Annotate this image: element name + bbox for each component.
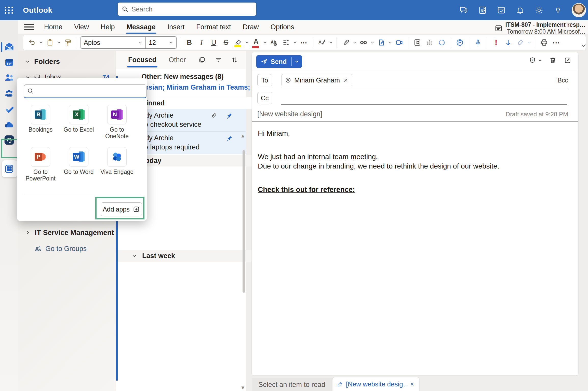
paste-menu-chevron[interactable]	[57, 40, 61, 45]
bell-icon[interactable]	[515, 5, 525, 15]
editor-menu-chevron[interactable]	[329, 40, 333, 45]
pin-icon[interactable]	[226, 135, 233, 142]
line-spacing-button[interactable]	[281, 37, 291, 48]
tab-message[interactable]: Message	[127, 23, 156, 31]
apps-search-box[interactable]	[24, 85, 146, 98]
go-to-groups-button[interactable]: Go to Groups	[34, 245, 87, 253]
video-button[interactable]	[394, 37, 405, 48]
editor-button[interactable]: A	[317, 37, 327, 48]
signature-button[interactable]	[376, 37, 387, 48]
close-icon[interactable]	[409, 381, 415, 387]
apps-button[interactable]	[412, 37, 423, 48]
app-tile-bookings[interactable]: B Bookings	[21, 105, 60, 133]
search-bar[interactable]	[118, 3, 256, 16]
importance-high-button[interactable]: !	[491, 37, 501, 48]
rail-onedrive-button[interactable]	[0, 118, 18, 132]
list-scrollbar[interactable]	[243, 150, 245, 293]
font-color-menu-chevron[interactable]	[263, 40, 267, 45]
bcc-button[interactable]: Bcc	[557, 77, 568, 84]
tab-other[interactable]: Other	[169, 56, 186, 64]
folders-header[interactable]: Folders	[25, 58, 60, 66]
tab-format-text[interactable]: Format text	[196, 23, 231, 31]
poll-button[interactable]	[424, 37, 435, 48]
rail-todo-button[interactable]	[0, 102, 18, 117]
to-button[interactable]: To	[257, 74, 272, 86]
undo-button[interactable]	[27, 37, 37, 48]
font-size-dropdown[interactable]: 12	[146, 37, 176, 48]
bold-button[interactable]: B	[184, 37, 195, 48]
link-button[interactable]	[358, 37, 369, 48]
highlight-menu-chevron[interactable]	[245, 40, 249, 45]
todo-icon[interactable]	[496, 5, 506, 15]
rail-calendar-button[interactable]	[0, 55, 18, 69]
loop-button[interactable]	[436, 37, 447, 48]
rail-more-apps-button[interactable]	[0, 162, 18, 176]
message-body-editor[interactable]: Hi Miriam, We just had an internal team …	[258, 129, 499, 197]
tab-draw[interactable]: Draw	[243, 23, 259, 31]
font-name-dropdown[interactable]: Aptos	[81, 37, 146, 48]
clear-format-button[interactable]: Ab	[269, 37, 279, 48]
collapse-ribbon-chevron[interactable]	[581, 43, 586, 48]
importance-low-button[interactable]	[503, 37, 514, 48]
app-tile-onenote[interactable]: N Go to OneNote	[98, 105, 136, 140]
highlight-button[interactable]	[233, 37, 244, 48]
dictate-button[interactable]	[473, 37, 483, 48]
paste-button[interactable]	[45, 37, 55, 48]
more-format-button[interactable]: ⋯	[299, 37, 309, 48]
gear-icon[interactable]	[534, 5, 544, 15]
attach-button[interactable]	[340, 37, 351, 48]
sensitivity-menu-chevron[interactable]	[527, 40, 531, 45]
undo-menu-chevron[interactable]	[39, 40, 43, 45]
signature-menu-chevron[interactable]	[388, 40, 392, 45]
copilot-button[interactable]	[455, 37, 465, 48]
attach-menu-chevron[interactable]	[353, 40, 357, 45]
sort-icon[interactable]	[231, 56, 238, 63]
underline-button[interactable]: U	[208, 37, 219, 48]
tab-help[interactable]: Help	[101, 23, 115, 31]
avatar[interactable]	[572, 3, 586, 17]
folder-group-itsm[interactable]: IT Service Management	[25, 229, 114, 237]
search-input[interactable]	[131, 5, 239, 13]
filter-icon[interactable]	[215, 56, 222, 63]
send-options-chevron[interactable]	[292, 55, 302, 68]
app-launcher-button[interactable]	[0, 0, 18, 20]
app-tile-excel[interactable]: X Go to Excel	[60, 105, 98, 133]
app-tile-viva-engage[interactable]: Viva Engage	[98, 147, 136, 175]
tab-options[interactable]: Options	[271, 23, 294, 31]
strikethrough-button[interactable]: S	[221, 37, 231, 48]
format-painter-button[interactable]	[62, 37, 73, 48]
link-menu-chevron[interactable]	[370, 40, 375, 45]
pin-icon[interactable]	[226, 113, 233, 119]
print-button[interactable]	[539, 37, 550, 48]
hamburger-menu-button[interactable]	[24, 22, 38, 32]
rail-groups-button[interactable]	[0, 87, 18, 101]
subject-field[interactable]: [New website design]	[257, 110, 322, 118]
discard-trash-icon[interactable]	[549, 57, 556, 64]
remove-recipient-icon[interactable]	[343, 77, 349, 83]
scroll-up-arrow[interactable]: ▲	[240, 133, 245, 139]
cc-button[interactable]: Cc	[257, 92, 272, 104]
sensitivity-button[interactable]	[515, 37, 526, 48]
tab-focused[interactable]: Focused	[128, 56, 156, 64]
tab-home[interactable]: Home	[44, 23, 62, 31]
send-button[interactable]: Send	[256, 55, 302, 68]
app-tile-word[interactable]: W Go to Word	[60, 147, 98, 175]
recipient-chip[interactable]: Miriam Graham	[281, 74, 352, 86]
spacing-menu-chevron[interactable]	[293, 40, 297, 45]
tab-view[interactable]: View	[74, 23, 89, 31]
section-last-week[interactable]: Last week	[118, 250, 260, 262]
lightbulb-icon[interactable]	[553, 5, 563, 15]
meeting-reminder[interactable]: ITSM-807 - Implement resp… Tomorrow 8:00…	[495, 21, 585, 35]
teams-chat-icon[interactable]	[459, 5, 469, 15]
select-messages-icon[interactable]	[198, 56, 206, 63]
rail-people-button[interactable]	[0, 71, 18, 85]
font-color-button[interactable]: A	[251, 36, 261, 49]
italic-button[interactable]: I	[196, 37, 207, 48]
message-protection-icon[interactable]: ?	[529, 57, 542, 64]
onenote-icon[interactable]: N	[477, 5, 488, 15]
open-draft-tab[interactable]: [New website desig…	[332, 377, 419, 391]
app-tile-powerpoint[interactable]: P Go to PowerPoint	[21, 147, 60, 182]
rail-mail-button[interactable]	[0, 40, 18, 54]
scroll-down-arrow[interactable]: ▼	[240, 385, 245, 391]
popout-icon[interactable]	[564, 57, 571, 64]
